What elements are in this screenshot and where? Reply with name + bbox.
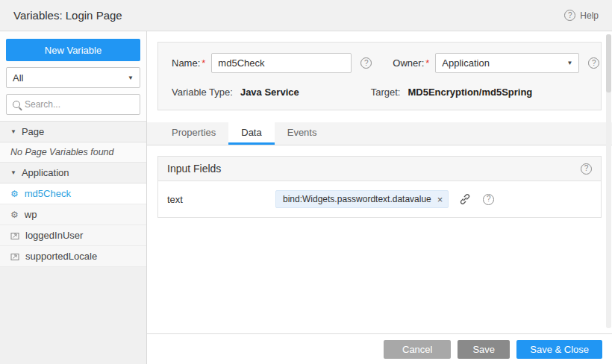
bind-link-icon[interactable]	[459, 193, 471, 205]
field-help-icon[interactable]: ?	[483, 194, 494, 205]
tab-properties[interactable]: Properties	[159, 122, 228, 145]
sidebar-item-md5check[interactable]: ⚙ md5Check	[0, 183, 146, 204]
tree-section-page[interactable]: ▼ Page	[0, 122, 146, 142]
help-icon: ?	[564, 10, 575, 21]
bind-expression-chip[interactable]: bind:Widgets.passwordtext.datavalue ×	[275, 190, 449, 208]
variables-dialog: Variables: Login Page ? Help New Variabl…	[0, 0, 612, 364]
variable-type-label: Variable Type:	[172, 87, 233, 98]
input-fields-title: Input Fields	[167, 163, 221, 175]
scrollbar-thumb[interactable]	[606, 34, 611, 92]
save-button[interactable]: Save	[458, 340, 510, 359]
tree-item-label: supportedLocale	[25, 251, 97, 262]
tree-item-label: loggedInUser	[25, 230, 83, 241]
owner-group: Owner:* Application ▼ ?	[393, 53, 599, 73]
field-row-text: text bind:Widgets.passwordtext.datavalue…	[158, 181, 601, 217]
vertical-scrollbar[interactable]	[606, 34, 611, 328]
search-input[interactable]	[25, 99, 140, 110]
filter-selected-value: All	[13, 72, 23, 84]
help-label: Help	[580, 10, 599, 21]
tab-events[interactable]: Events	[275, 122, 330, 145]
target-group: Target: MD5Encryption/md5Spring	[371, 87, 533, 98]
empty-page-variables-message: No Page Variables found	[0, 142, 146, 163]
name-help-icon[interactable]: ?	[360, 57, 372, 69]
variable-type-value: Java Service	[240, 87, 299, 98]
sidebar-item-supportedlocale[interactable]: supportedLocale	[0, 246, 146, 267]
tab-data[interactable]: Data	[228, 122, 274, 145]
save-and-close-button[interactable]: Save & Close	[516, 340, 602, 359]
caret-down-icon: ▼	[10, 169, 16, 176]
help-button[interactable]: ? Help	[564, 10, 599, 21]
search-icon	[13, 101, 20, 108]
target-value: MD5Encryption/md5Spring	[408, 87, 532, 98]
tree-section-application[interactable]: ▼ Application	[0, 163, 146, 183]
target-label: Target:	[371, 87, 401, 98]
variable-detail-pane: Name:* ? Owner:* Application ▼	[147, 31, 612, 364]
sidebar-item-wp[interactable]: ⚙ wp	[0, 204, 146, 225]
bind-expression-text: bind:Widgets.passwordtext.datavalue	[283, 194, 431, 204]
owner-help-icon[interactable]: ?	[588, 57, 599, 69]
live-variable-icon	[10, 252, 19, 261]
owner-selected-value: Application	[442, 57, 490, 69]
sidebar-controls: New Variable All ▼	[0, 31, 146, 121]
live-variable-icon	[10, 231, 19, 240]
variables-tree: ▼ Page No Page Variables found ▼ Applica…	[0, 121, 146, 364]
owner-label: Owner:*	[393, 57, 429, 69]
field-name-label: text	[167, 194, 275, 205]
caret-down-icon: ▼	[10, 128, 16, 135]
detail-scroll-area: Name:* ? Owner:* Application ▼	[147, 31, 612, 333]
page-title: Variables: Login Page	[13, 9, 122, 22]
tree-section-label: Page	[22, 126, 44, 137]
close-icon[interactable]: ×	[437, 195, 443, 204]
chevron-down-icon: ▼	[566, 60, 572, 66]
tree-section-label: Application	[22, 167, 69, 178]
dialog-body: New Variable All ▼ ▼ Page No Page Variab…	[0, 31, 612, 364]
tree-item-label: wp	[25, 209, 37, 220]
input-fields-panel: Input Fields ? text bind:Widgets.passwor…	[157, 156, 602, 218]
variable-filter-select[interactable]: All ▼	[6, 67, 140, 88]
name-label: Name:*	[172, 57, 205, 69]
chevron-down-icon: ▼	[128, 75, 134, 81]
dialog-footer: Cancel Save Save & Close	[147, 333, 612, 364]
new-variable-button[interactable]: New Variable	[6, 39, 140, 61]
service-variable-icon: ⚙	[10, 210, 19, 219]
variable-name-input[interactable]	[211, 53, 352, 73]
type-target-row: Variable Type: Java Service Target: MD5E…	[172, 87, 587, 98]
input-fields-header: Input Fields ?	[158, 157, 601, 181]
name-owner-row: Name:* ? Owner:* Application ▼	[172, 53, 587, 73]
dialog-header: Variables: Login Page ? Help	[0, 0, 612, 31]
tree-item-label: md5Check	[25, 188, 71, 199]
service-variable-icon: ⚙	[10, 189, 19, 198]
variable-summary-panel: Name:* ? Owner:* Application ▼	[157, 42, 602, 110]
variables-sidebar: New Variable All ▼ ▼ Page No Page Variab…	[0, 31, 147, 364]
search-box	[6, 94, 140, 115]
sidebar-empty-area	[0, 267, 146, 364]
cancel-button[interactable]: Cancel	[384, 340, 451, 359]
required-asterisk: *	[425, 57, 429, 69]
input-fields-help-icon[interactable]: ?	[581, 163, 592, 175]
sidebar-item-loggedinuser[interactable]: loggedInUser	[0, 225, 146, 246]
detail-tabs: Properties Data Events	[147, 122, 612, 145]
owner-select[interactable]: Application ▼	[435, 53, 579, 73]
required-asterisk: *	[202, 57, 205, 69]
